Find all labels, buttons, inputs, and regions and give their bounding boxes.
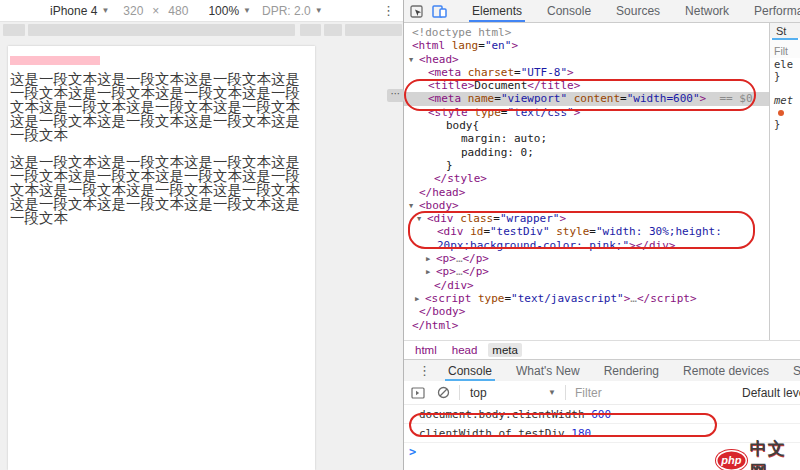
code-line[interactable]: ▶<p>…</p> bbox=[404, 252, 769, 265]
drawer-tab-console[interactable]: Console bbox=[448, 360, 492, 381]
console-filter-input[interactable] bbox=[575, 386, 725, 400]
drawer-tab-rendering[interactable]: Rendering bbox=[604, 360, 659, 381]
tab-elements[interactable]: Elements bbox=[472, 0, 522, 22]
emulated-page-area: 这是一段文本这是一段文本这是一段文本这是一段文本这是一段文本这是一段文本这是一段… bbox=[0, 22, 403, 470]
clear-console-icon[interactable] bbox=[437, 386, 450, 399]
code-line[interactable]: <style type="text/css"> bbox=[404, 106, 769, 119]
code-token: id bbox=[470, 225, 483, 238]
code-line[interactable]: </div> bbox=[404, 279, 769, 292]
drawer-tab-remote-devices[interactable]: Remote devices bbox=[683, 360, 769, 381]
toolbar-placeholder-segment bbox=[3, 24, 25, 36]
code-line[interactable]: ▶<p>…</p> bbox=[404, 265, 769, 278]
drawer-menu-icon[interactable]: ⋮ bbox=[418, 363, 431, 378]
code-token: = bbox=[478, 39, 485, 52]
code-line[interactable]: body{ bbox=[404, 119, 769, 132]
code-token: padding: 0; bbox=[461, 146, 534, 159]
code-token: </div> bbox=[434, 279, 474, 292]
code-line[interactable]: </head> bbox=[404, 186, 769, 199]
console-sidebar-toggle-icon[interactable] bbox=[411, 387, 425, 399]
code-token: = bbox=[589, 225, 596, 238]
device-toolbar-toggle-icon[interactable] bbox=[432, 5, 447, 18]
tab-performance[interactable]: Performance bbox=[754, 0, 800, 22]
code-line[interactable]: ▼<body> bbox=[404, 199, 769, 212]
code-token: "testDiv" bbox=[490, 225, 550, 238]
zoom-select[interactable]: 100% ▼ bbox=[208, 4, 251, 18]
expand-arrow-icon[interactable]: ▼ bbox=[409, 200, 419, 213]
code-token: <p> bbox=[436, 252, 456, 265]
toolbar-placeholder-segment bbox=[345, 24, 402, 36]
code-line[interactable]: <meta charset="UTF-8"> bbox=[404, 66, 769, 79]
elements-panel-body: <!doctype html><html lang="en">▼<head><m… bbox=[404, 23, 800, 340]
expand-arrow-icon[interactable]: ▼ bbox=[417, 213, 427, 226]
collapse-arrow-icon[interactable]: ▶ bbox=[426, 253, 436, 266]
device-emulation-pane: iPhone 4 ▼ 320 × 480 100% ▼ DPR: 2.0 ▼ ⋮ bbox=[0, 0, 403, 470]
console-message-value: 180 bbox=[571, 427, 591, 440]
toolbar-separator bbox=[459, 385, 460, 400]
code-token: "width: 30%;height: bbox=[596, 225, 722, 238]
code-token: </script> bbox=[637, 292, 697, 305]
code-token: } bbox=[446, 159, 453, 172]
row-overflow-ellipsis-icon[interactable]: ⋯ bbox=[387, 89, 404, 102]
style-rule-fragment: } bbox=[770, 70, 800, 82]
style-rule-fragment: ele bbox=[770, 58, 800, 70]
code-token: <meta bbox=[428, 66, 468, 79]
log-level-select[interactable]: Default leve bbox=[742, 386, 800, 400]
code-token: margin: auto; bbox=[461, 132, 547, 145]
device-select[interactable]: iPhone 4 ▼ bbox=[50, 4, 109, 18]
code-line[interactable]: </html> bbox=[404, 319, 769, 332]
tab-network[interactable]: Network bbox=[685, 0, 729, 22]
code-token: "text/css" bbox=[507, 106, 573, 119]
code-token: </body> bbox=[419, 305, 465, 318]
chevron-down-icon: ▼ bbox=[101, 6, 109, 15]
code-token: "text/javascript" bbox=[511, 292, 624, 305]
code-line[interactable]: margin: auto; bbox=[404, 132, 769, 145]
viewport-height-field[interactable]: 480 bbox=[168, 4, 188, 18]
expand-arrow-icon[interactable]: ▼ bbox=[409, 54, 419, 67]
breadcrumb: htmlheadmeta bbox=[404, 340, 800, 359]
code-line[interactable]: <title>Document</title> bbox=[404, 79, 769, 92]
code-line[interactable]: 20px;background-color: pink;"></div> bbox=[404, 239, 769, 252]
drawer-tab-what-s-new[interactable]: What's New bbox=[516, 360, 580, 381]
code-token: "width=600" bbox=[627, 92, 700, 105]
code-line[interactable]: ▼<div class="wrapper"> bbox=[404, 212, 769, 225]
code-line[interactable]: ▼<head> bbox=[404, 53, 769, 66]
breadcrumb-item-meta[interactable]: meta bbox=[488, 343, 522, 357]
code-token: </title> bbox=[527, 79, 580, 92]
code-token: … bbox=[630, 292, 637, 305]
code-line[interactable]: <html lang="en"> bbox=[404, 39, 769, 52]
collapse-arrow-icon[interactable]: ▶ bbox=[426, 266, 436, 279]
code-line[interactable]: <!doctype html> bbox=[404, 26, 769, 39]
collapse-arrow-icon[interactable]: ▶ bbox=[415, 293, 425, 306]
code-line[interactable]: <meta name="viewport" content="width=600… bbox=[404, 92, 769, 105]
code-line[interactable]: } bbox=[404, 159, 769, 172]
code-token: class bbox=[460, 212, 493, 225]
code-token: = bbox=[493, 212, 500, 225]
execution-context-select[interactable]: top ▼ bbox=[470, 386, 556, 400]
styles-filter-input[interactable]: Filt bbox=[770, 40, 800, 58]
tab-console[interactable]: Console bbox=[547, 0, 591, 22]
code-line[interactable]: </body> bbox=[404, 305, 769, 318]
code-line[interactable]: ▶<script type="text/javascript">…</scrip… bbox=[404, 292, 769, 305]
code-token: type bbox=[478, 292, 505, 305]
tab-sources[interactable]: Sources bbox=[616, 0, 660, 22]
dpr-select[interactable]: DPR: 2.0 ▼ bbox=[262, 4, 323, 18]
inspect-element-icon[interactable] bbox=[410, 5, 423, 18]
code-line[interactable]: <div id="testDiv" style="width: 30%;heig… bbox=[404, 225, 769, 238]
code-token: = bbox=[620, 92, 627, 105]
console-message-text: clientWidth of testDiv bbox=[419, 427, 571, 440]
code-token: <head> bbox=[419, 53, 459, 66]
code-token: type bbox=[474, 106, 501, 119]
device-toolbar-menu-icon[interactable]: ⋮ bbox=[382, 3, 395, 18]
code-line[interactable]: </style> bbox=[404, 172, 769, 185]
code-line[interactable]: padding: 0; bbox=[404, 146, 769, 159]
code-token: <div bbox=[437, 225, 470, 238]
test-div-pink-bar bbox=[10, 56, 100, 65]
drawer-tab-search[interactable]: Search bbox=[793, 360, 800, 381]
code-token: > bbox=[567, 66, 574, 79]
viewport-width-field[interactable]: 320 bbox=[123, 4, 143, 18]
breadcrumb-item-html[interactable]: html bbox=[411, 343, 441, 357]
code-token: name bbox=[468, 92, 495, 105]
breadcrumb-item-head[interactable]: head bbox=[448, 343, 482, 357]
tab-styles[interactable]: St bbox=[770, 23, 800, 38]
code-token: </p> bbox=[463, 252, 490, 265]
